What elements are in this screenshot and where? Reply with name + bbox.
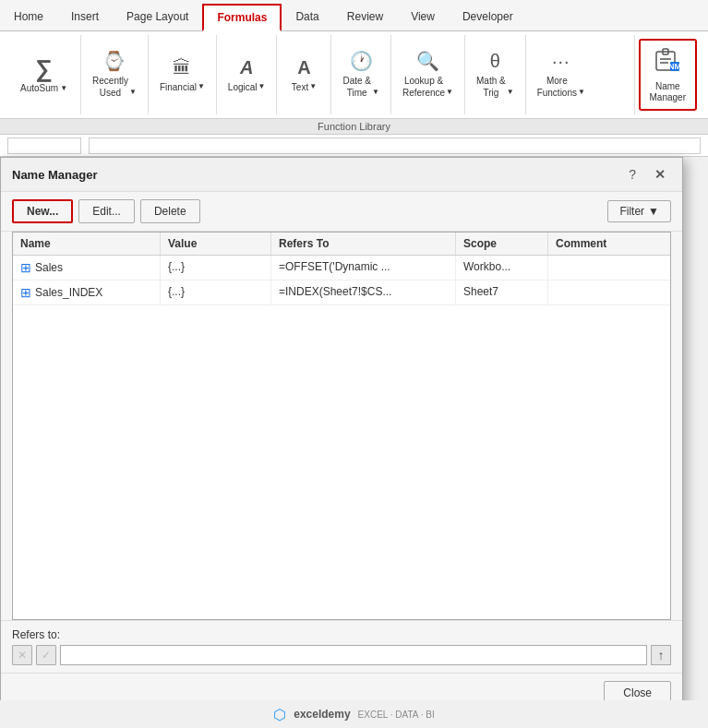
name-manager-svg-icon: NM [653, 46, 682, 76]
text-label: Text [292, 81, 308, 93]
watermark-subtitle: EXCEL · DATA · BI [358, 710, 435, 720]
more-functions-dropdown: ▼ [578, 88, 585, 97]
edit-named-range-button[interactable]: Edit... [78, 199, 135, 223]
formula-bar [0, 135, 708, 157]
more-functions-button[interactable]: ··· MoreFunctions ▼ [530, 45, 593, 102]
lookup-reference-button[interactable]: 🔍 Lookup &Reference ▼ [395, 45, 461, 102]
table-row[interactable]: ⊞ Sales {...} =OFFSET('Dynamic ... Workb… [13, 256, 670, 280]
dialog-title: Name Manager [12, 168, 97, 182]
ribbon-tabs: Home Insert Page Layout Formulas Data Re… [0, 0, 708, 31]
tab-page-layout[interactable]: Page Layout [113, 4, 202, 30]
tab-view[interactable]: View [397, 4, 449, 30]
refers-to-expand-button[interactable]: ↑ [651, 645, 671, 665]
logical-button[interactable]: A Logical ▼ [221, 52, 273, 97]
cell-sales-refers-to: =OFFSET('Dynamic ... [271, 256, 456, 280]
date-time-button[interactable]: 🕐 Date &Time ▼ [335, 45, 387, 102]
name-manager-icon: NM [653, 46, 682, 81]
cell-sales-comment [548, 256, 670, 280]
tab-formulas[interactable]: Formulas [202, 4, 282, 31]
text-icon: A [297, 55, 310, 79]
dialog-title-bar: Name Manager ? ✕ [1, 158, 682, 192]
cell-sales-index-refers-to: =INDEX(Sheet7!$CS... [271, 280, 456, 304]
tab-review[interactable]: Review [333, 4, 397, 30]
watermark-bar: ⬡ exceldemy EXCEL · DATA · BI [0, 700, 708, 728]
tab-developer[interactable]: Developer [449, 4, 527, 30]
more-functions-label: MoreFunctions [537, 75, 577, 99]
col-header-refers-to: Refers To [271, 233, 456, 255]
financial-icon: 🏛 [173, 55, 191, 79]
dialog-toolbar: New... Edit... Delete Filter ▼ [1, 192, 682, 232]
filter-dropdown-icon: ▼ [648, 205, 659, 218]
recently-used-button[interactable]: ⌚ RecentlyUsed ▼ [85, 45, 144, 102]
delete-named-range-button[interactable]: Delete [140, 199, 200, 223]
refers-to-area: Refers to: ✕ ✓ ↑ [1, 620, 682, 673]
recently-used-icon: ⌚ [102, 49, 126, 73]
named-ranges-table: Name Value Refers To Scope Comment ⊞ Sal… [12, 232, 671, 620]
text-button[interactable]: A Text ▼ [281, 52, 327, 97]
financial-button[interactable]: 🏛 Financial ▼ [152, 52, 212, 97]
tab-insert[interactable]: Insert [57, 4, 113, 30]
col-header-name: Name [13, 233, 161, 255]
refers-to-input[interactable] [60, 645, 647, 665]
ribbon-group-recently-used: ⌚ RecentlyUsed ▼ [81, 35, 149, 114]
refers-to-cancel-button[interactable]: ✕ [12, 645, 32, 665]
ribbon-group-text: A Text ▼ [277, 35, 331, 114]
cell-sales-index-scope: Sheet7 [456, 280, 548, 304]
sales-index-name-value: Sales_INDEX [35, 286, 102, 299]
name-manager-label: NameManager [650, 81, 686, 103]
logical-icon: A [240, 55, 253, 79]
autosum-icon: ∑ [35, 54, 53, 83]
logical-label: Logical [228, 81, 258, 93]
table-row[interactable]: ⊞ Sales_INDEX {...} =INDEX(Sheet7!$CS...… [13, 280, 670, 305]
sales-name-value: Sales [35, 261, 63, 274]
filter-label: Filter [619, 205, 644, 218]
lookup-reference-icon: 🔍 [416, 49, 439, 73]
ribbon-group-date-time: 🕐 Date &Time ▼ [331, 35, 391, 114]
table-empty-area [13, 305, 670, 619]
cell-sales-index-name: ⊞ Sales_INDEX [13, 280, 161, 304]
dialog-title-controls: ? ✕ [623, 165, 671, 184]
ribbon-section-formulas: ∑ AutoSum ▼ ⌚ RecentlyUsed ▼ [7, 35, 630, 114]
tab-data[interactable]: Data [282, 4, 332, 30]
math-trig-label: Math &Trig [476, 75, 506, 99]
function-library-label: Function Library [0, 119, 708, 135]
cell-sales-scope: Workbo... [456, 256, 548, 280]
col-header-comment: Comment [548, 233, 670, 255]
math-trig-dropdown: ▼ [507, 88, 514, 97]
cell-sales-index-comment [548, 280, 670, 304]
refers-to-label: Refers to: [12, 628, 671, 641]
ribbon-group-logical: A Logical ▼ [217, 35, 278, 114]
tab-home[interactable]: Home [0, 4, 57, 30]
new-named-range-button[interactable]: New... [12, 199, 73, 223]
col-header-scope: Scope [456, 233, 548, 255]
recently-used-label: RecentlyUsed [92, 75, 128, 99]
cell-sales-index-value: {...} [161, 280, 271, 304]
dialog-close-x-button[interactable]: ✕ [649, 165, 671, 184]
ribbon-group-financial: 🏛 Financial ▼ [149, 35, 217, 114]
named-range-icon-2: ⊞ [20, 285, 31, 300]
ribbon-group-math-trig: θ Math &Trig ▼ [465, 35, 526, 114]
autosum-label: AutoSum [20, 83, 58, 93]
name-manager-button[interactable]: NM NameManager [639, 39, 697, 111]
filter-button[interactable]: Filter ▼ [607, 200, 671, 222]
named-range-icon-1: ⊞ [20, 260, 31, 275]
math-trig-button[interactable]: θ Math &Trig ▼ [469, 45, 522, 102]
ribbon-group-lookup: 🔍 Lookup &Reference ▼ [391, 35, 465, 114]
ribbon-body: ∑ AutoSum ▼ ⌚ RecentlyUsed ▼ [0, 31, 708, 119]
financial-dropdown: ▼ [198, 82, 205, 91]
autosum-button[interactable]: ∑ AutoSum ▼ [11, 51, 77, 97]
name-manager-dialog: Name Manager ? ✕ New... Edit... Delete F… [0, 157, 683, 713]
autosum-dropdown-icon: ▼ [60, 84, 67, 92]
table-header: Name Value Refers To Scope Comment [13, 233, 670, 256]
text-dropdown: ▼ [309, 82, 317, 91]
date-time-icon: 🕐 [350, 49, 373, 73]
more-functions-icon: ··· [552, 49, 570, 73]
recently-used-dropdown: ▼ [129, 88, 137, 97]
math-trig-icon: θ [490, 49, 500, 73]
dialog-help-button[interactable]: ? [623, 165, 642, 184]
watermark-logo: ⬡ [273, 706, 286, 723]
date-time-dropdown: ▼ [372, 88, 379, 97]
refers-to-controls: ✕ ✓ ↑ [12, 645, 671, 665]
refers-to-confirm-button[interactable]: ✓ [36, 645, 56, 665]
cell-sales-value: {...} [161, 256, 271, 280]
